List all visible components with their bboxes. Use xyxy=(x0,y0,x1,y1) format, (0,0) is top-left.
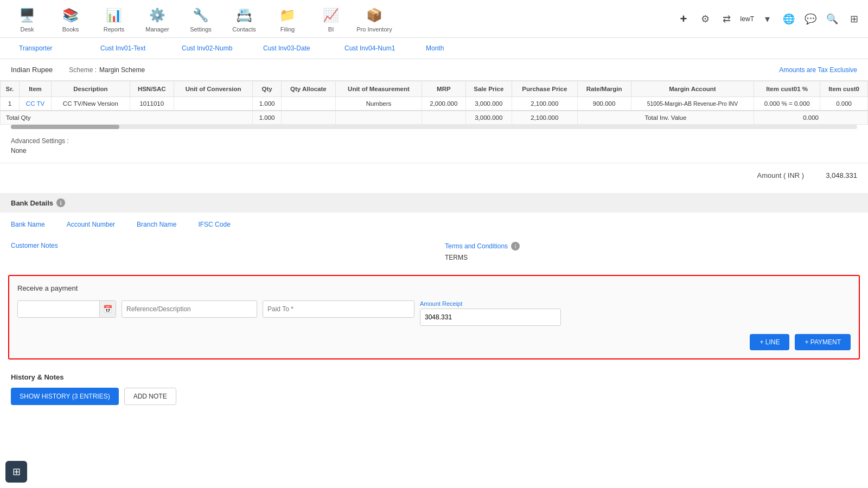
show-history-button[interactable]: SHOW HISTORY (3 ENTRIES) xyxy=(11,388,119,405)
col-sr: Sr. xyxy=(1,81,20,97)
tax-exclusive[interactable]: Amounts are Tax Exclusive xyxy=(779,66,857,74)
filing-icon: 📁 xyxy=(278,5,297,25)
nav-right: + ⚙ ⇄ IewT ▾ 🌐 💬 🔍 ⊞ xyxy=(675,10,863,28)
customer-notes-label[interactable]: Customer Notes xyxy=(11,242,58,249)
nav-item-books[interactable]: 📚 Books xyxy=(49,0,92,38)
desk-icon: 🖥️ xyxy=(17,5,37,25)
cell-item-cust0: 0.000 xyxy=(820,97,868,111)
bank-details-header: Bank Details i xyxy=(0,193,868,213)
scheme-value: Margin Scheme xyxy=(99,66,145,74)
total-row: Total Qty 1.000 3,000.000 2,100.000 Tota… xyxy=(1,111,868,125)
terms-info-icon[interactable]: i xyxy=(511,242,520,251)
field-cust-inv01[interactable]: Cust Inv01-Text xyxy=(92,38,174,59)
scrollbar-thumb xyxy=(11,125,119,129)
paid-to-input[interactable] xyxy=(263,300,414,318)
books-icon: 📚 xyxy=(61,5,80,25)
col-margin-account: Margin Account xyxy=(631,81,754,97)
cell-unit-conversion xyxy=(174,97,252,111)
bottom-widget[interactable]: ⊞ xyxy=(5,461,27,483)
cell-item[interactable]: CC TV xyxy=(19,97,51,111)
amount-value: 3,048.331 xyxy=(826,171,857,179)
payment-button[interactable]: + PAYMENT xyxy=(795,334,851,350)
chat-icon[interactable]: 💬 xyxy=(802,10,819,28)
nav-item-filing[interactable]: 📁 Filing xyxy=(266,0,309,38)
cell-description: CC TV/New Version xyxy=(52,97,130,111)
date-input-wrap[interactable]: 📅 xyxy=(17,300,116,318)
amount-receipt-input[interactable] xyxy=(420,309,561,326)
field-cust-inv02[interactable]: Cust Inv02-Numb xyxy=(174,38,255,59)
dropdown-icon[interactable]: ▾ xyxy=(758,10,776,28)
nav-label-bi: BI xyxy=(328,26,334,33)
bank-details-info-icon[interactable]: i xyxy=(56,198,65,207)
nav-item-settings[interactable]: 🔧 Settings xyxy=(179,0,222,38)
history-notes-title: History & Notes xyxy=(11,373,857,381)
pro-inventory-icon: 📦 xyxy=(365,5,384,25)
widget-icon: ⊞ xyxy=(12,466,21,478)
scrollbar[interactable] xyxy=(11,125,857,129)
top-navigation: 🖥️ Desk 📚 Books 📊 Reports ⚙️ Manager 🔧 S… xyxy=(0,0,868,38)
contacts-icon: 📇 xyxy=(234,5,254,25)
nav-item-reports[interactable]: 📊 Reports xyxy=(92,0,136,38)
gear-button[interactable]: ⚙ xyxy=(697,10,714,28)
account-number-label[interactable]: Account Number xyxy=(67,221,115,228)
bank-details-row: Bank Name Account Number Branch Name IFS… xyxy=(0,213,868,236)
bank-name-label[interactable]: Bank Name xyxy=(11,221,45,228)
field-transporter[interactable]: Transporter xyxy=(11,38,92,59)
col-hsn: HSN/SAC xyxy=(130,81,174,97)
branch-name-label[interactable]: Branch Name xyxy=(137,221,176,228)
col-item: Item xyxy=(19,81,51,97)
globe-icon[interactable]: 🌐 xyxy=(780,10,797,28)
switch-button[interactable]: ⇄ xyxy=(718,10,736,28)
total-qty: 1.000 xyxy=(253,111,281,125)
receive-payment-section: Receive a payment 📅 Amount Receipt xyxy=(8,275,860,359)
items-table-wrap: Sr. Item Description HSN/SAC Unit of Con… xyxy=(0,81,868,129)
col-unit-measurement: Unit of Measurement xyxy=(335,81,422,97)
paid-to-field xyxy=(263,300,414,318)
nav-item-manager[interactable]: ⚙️ Manager xyxy=(136,0,179,38)
nav-item-pro-inventory[interactable]: 📦 Pro Inventory xyxy=(353,0,396,38)
field-month[interactable]: Month xyxy=(418,38,499,59)
reports-icon: 📊 xyxy=(104,5,124,25)
cell-item-cust01: 0.000 % = 0.000 xyxy=(754,97,820,111)
col-description: Description xyxy=(52,81,130,97)
scheme-label: Scheme : xyxy=(69,66,97,74)
advanced-settings-label: Advanced Settings : xyxy=(11,137,69,145)
total-empty1 xyxy=(281,111,335,125)
search-icon[interactable]: 🔍 xyxy=(824,10,841,28)
ifsc-code-label[interactable]: IFSC Code xyxy=(198,221,230,228)
cell-hsn: 1011010 xyxy=(130,97,174,111)
reference-input[interactable] xyxy=(122,300,257,318)
cell-sr: 1 xyxy=(1,97,20,111)
cell-qty-allocate xyxy=(281,97,335,111)
cell-margin-account: 51005-Margin-AB Revenue-Pro INV xyxy=(631,97,754,111)
grid-icon[interactable]: ⊞ xyxy=(845,10,863,28)
col-qty-allocate: Qty Allocate xyxy=(281,81,335,97)
user-name[interactable]: IewT xyxy=(740,15,754,23)
currency-label: Indian Rupee xyxy=(11,66,53,74)
total-inv-label: Total Inv. Value xyxy=(577,111,754,125)
add-note-button[interactable]: ADD NOTE xyxy=(124,388,176,405)
receive-payment-title: Receive a payment xyxy=(17,284,851,292)
terms-conditions-label[interactable]: Terms and Conditions xyxy=(445,242,508,250)
date-input[interactable] xyxy=(18,301,99,317)
calendar-icon[interactable]: 📅 xyxy=(99,300,116,318)
manager-icon: ⚙️ xyxy=(148,5,167,25)
nav-item-bi[interactable]: 📈 BI xyxy=(309,0,353,38)
cell-purchase-price: 2,100.000 xyxy=(512,97,577,111)
cell-rate-margin: 900.000 xyxy=(577,97,631,111)
total-purchase-price: 2,100.000 xyxy=(512,111,577,125)
rupee-scheme-row: Indian Rupee Scheme : Margin Scheme Amou… xyxy=(0,59,868,81)
main-content: Transporter Cust Inv01-Text Cust Inv02-N… xyxy=(0,38,868,488)
history-buttons-row: SHOW HISTORY (3 ENTRIES) ADD NOTE xyxy=(11,388,857,405)
nav-item-contacts[interactable]: 📇 Contacts xyxy=(222,0,266,38)
nav-item-desk[interactable]: 🖥️ Desk xyxy=(5,0,49,38)
add-button[interactable]: + xyxy=(675,10,692,28)
col-sale-price: Sale Price xyxy=(465,81,512,97)
col-item-cust0: Item cust0 xyxy=(820,81,868,97)
payment-buttons-row: + LINE + PAYMENT xyxy=(17,334,851,350)
field-cust-inv03[interactable]: Cust Inv03-Date xyxy=(255,38,336,59)
line-button[interactable]: + LINE xyxy=(750,334,789,350)
nav-label-filing: Filing xyxy=(280,26,295,33)
field-cust-inv04[interactable]: Cust Inv04-Num1 xyxy=(336,38,418,59)
col-rate-margin: Rate/Margin xyxy=(577,81,631,97)
